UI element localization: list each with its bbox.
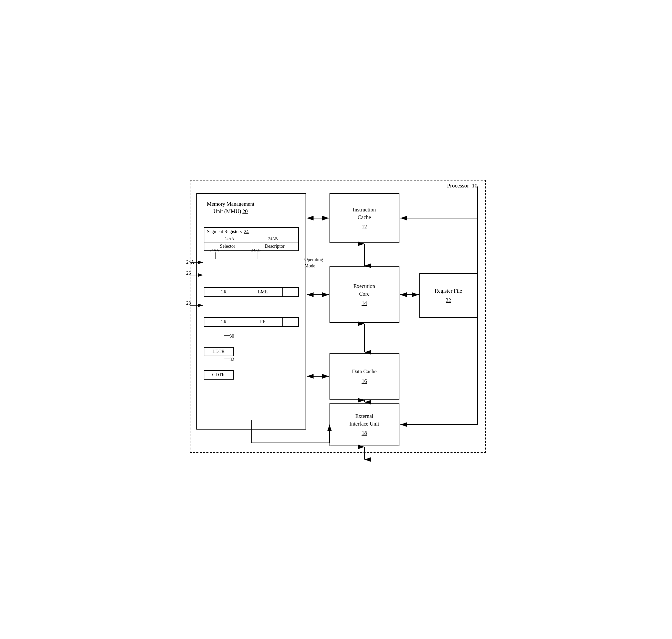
- dc-title: Data Cache: [352, 368, 377, 375]
- gdtr-label: GDTR: [212, 372, 225, 377]
- cr-pe-box: CR PE: [204, 317, 299, 327]
- cr-cell-2: CR: [204, 318, 244, 326]
- cr-lme-box: CR LME: [204, 287, 299, 297]
- mmu-title: Memory ManagementUnit (MMU) 20: [207, 201, 255, 216]
- cr-cell-1: CR: [204, 288, 244, 296]
- ec-number: 14: [362, 300, 367, 306]
- eiu-title: ExternalInterface Unit: [350, 412, 379, 427]
- ic-title: InstructionCache: [353, 206, 376, 221]
- processor-label: Processor 10: [447, 183, 478, 189]
- label-24aa: 24AA: [210, 248, 219, 253]
- seg-reg-number: 24: [244, 229, 249, 234]
- register-file-box: Register File 22: [419, 273, 478, 318]
- segment-registers-title: Segment Registers 24: [204, 228, 298, 236]
- label-28: 28: [187, 301, 191, 306]
- lme-cell: LME: [243, 288, 283, 296]
- label-30: 30: [230, 334, 234, 339]
- eiu-number: 18: [362, 430, 367, 436]
- gdtr-box: GDTR: [204, 370, 234, 379]
- 24a-text: 24A: [187, 260, 194, 265]
- seg-reg-label: Segment Registers: [207, 229, 242, 234]
- ec-title: ExecutionCore: [353, 283, 375, 298]
- data-cache-box: Data Cache 16: [330, 353, 399, 400]
- label-26: 26: [187, 271, 191, 276]
- execution-core-box: ExecutionCore 14: [330, 266, 399, 323]
- instruction-cache-box: InstructionCache 12: [330, 193, 399, 243]
- 32-text: 32: [230, 357, 234, 362]
- label-24ab: 24AB: [251, 248, 261, 253]
- label-24a: 24A: [187, 260, 194, 265]
- ic-number: 12: [362, 224, 367, 230]
- label-32: 32: [230, 357, 234, 362]
- operating-mode-label: OperatingMode: [305, 256, 323, 269]
- 24aa-text: 24AA: [210, 248, 219, 252]
- processor-text: Processor: [447, 183, 469, 189]
- seg-label-ab: 24AB: [268, 236, 278, 241]
- eiu-box: ExternalInterface Unit 18: [330, 403, 399, 446]
- diagram-wrapper: Processor 10 Memory ManagementUnit (MMU)…: [187, 176, 486, 463]
- dc-number: 16: [362, 378, 367, 384]
- seg-label-aa: 24AA: [224, 236, 234, 241]
- pe-cell: PE: [243, 318, 283, 326]
- cr-lme-empty: [283, 288, 298, 296]
- op-mode-text: OperatingMode: [305, 257, 323, 269]
- cr-pe-empty: [283, 318, 298, 326]
- rf-title: Register File: [435, 287, 462, 295]
- ldtr-label: LDTR: [212, 349, 225, 354]
- mmu-box: Memory ManagementUnit (MMU) 20 Segment R…: [196, 193, 306, 430]
- seg-reg-sublabels: 24AA 24AB: [204, 236, 298, 242]
- 30-text: 30: [230, 334, 234, 339]
- ldtr-box: LDTR: [204, 347, 234, 356]
- mmu-number: 20: [242, 208, 247, 214]
- processor-number: 10: [472, 183, 478, 189]
- 26-text: 26: [187, 271, 191, 276]
- rf-number: 22: [446, 297, 451, 303]
- 24ab-text: 24AB: [251, 248, 261, 252]
- 28-text: 28: [187, 301, 191, 306]
